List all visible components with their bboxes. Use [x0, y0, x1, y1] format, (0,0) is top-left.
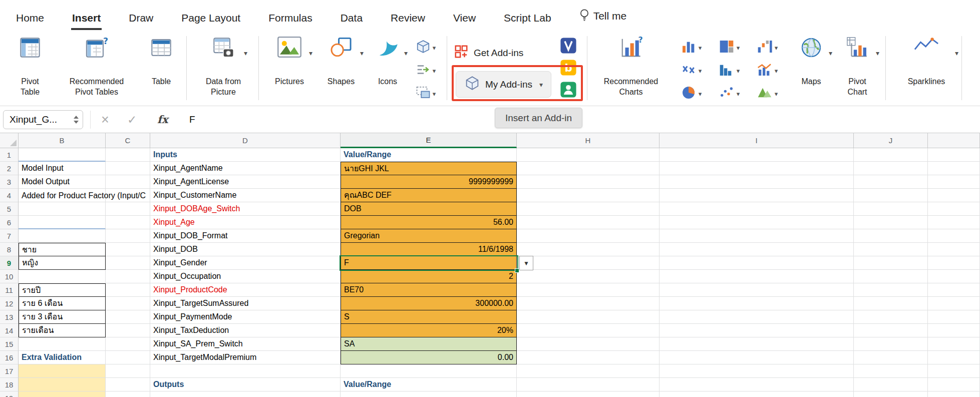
cell-E15[interactable]: SA — [341, 337, 517, 351]
insert-function-icon[interactable]: fx — [157, 107, 168, 133]
cell-J13[interactable] — [854, 310, 928, 324]
cell-D14[interactable]: Xinput_TaxDeduction — [150, 324, 341, 337]
cell-E17[interactable] — [341, 364, 517, 378]
row-header-7[interactable]: 7 — [0, 229, 19, 243]
cell-D8[interactable]: Xinput_DOB — [150, 243, 341, 256]
cell-C17[interactable] — [106, 364, 150, 378]
cell-E14[interactable]: 20% — [341, 324, 517, 337]
tab-draw[interactable]: Draw — [128, 6, 154, 30]
cell-H1[interactable] — [517, 148, 660, 162]
cell-J18[interactable] — [854, 378, 928, 391]
cell-D13[interactable]: Xinput_PaymentMode — [150, 310, 341, 324]
cell-D2[interactable]: Xinput_AgentName — [150, 162, 341, 175]
cell-D10[interactable]: Xinput_Occupation — [150, 270, 341, 283]
row-header-4[interactable]: 4 — [0, 189, 19, 202]
tab-insert[interactable]: Insert — [71, 6, 102, 30]
row-header-15[interactable]: 15 — [0, 337, 19, 351]
row-header-19[interactable]: 19 — [0, 391, 19, 397]
cell-B10[interactable] — [19, 270, 106, 283]
cell-H9[interactable] — [517, 256, 660, 270]
cell-H12[interactable] — [517, 297, 660, 310]
cell-I19[interactable] — [660, 391, 854, 397]
column-header-B[interactable]: B — [19, 133, 106, 148]
row-header-3[interactable]: 3 — [0, 175, 19, 189]
cell-J15[interactable] — [854, 337, 928, 351]
cell-X816[interactable] — [928, 351, 980, 364]
tab-view[interactable]: View — [452, 6, 477, 30]
cell-C10[interactable] — [106, 270, 150, 283]
get-add-ins-button[interactable]: Get Add-ins — [454, 44, 523, 62]
cell-H19[interactable] — [517, 391, 660, 397]
cell-D19[interactable] — [150, 391, 341, 397]
cell-I13[interactable] — [660, 310, 854, 324]
recommended-charts-button[interactable]: ? RecommendedCharts — [593, 30, 669, 105]
cell-B5[interactable] — [19, 202, 106, 216]
cell-X814[interactable] — [928, 324, 980, 337]
tab-home[interactable]: Home — [15, 6, 45, 30]
cell-B18[interactable] — [19, 378, 106, 391]
cancel-icon[interactable]: × — [101, 107, 109, 133]
cell-C9[interactable] — [106, 256, 150, 270]
row-header-6[interactable]: 6 — [0, 216, 19, 229]
cell-I17[interactable] — [660, 364, 854, 378]
cell-X84[interactable] — [928, 189, 980, 202]
cell-X812[interactable] — [928, 297, 980, 310]
cell-H11[interactable] — [517, 283, 660, 297]
sparklines-button[interactable]: ▾ Sparklines — [894, 30, 958, 105]
insert-histogram-chart-button[interactable]: ▾ — [713, 60, 745, 81]
cell-H18[interactable] — [517, 378, 660, 391]
cell-C19[interactable] — [106, 391, 150, 397]
cell-E19[interactable] — [341, 391, 517, 397]
gender-dropdown-button[interactable]: ▼ — [519, 256, 533, 270]
cell-C2[interactable] — [106, 162, 150, 175]
insert-statistic-chart-button[interactable]: ▾ — [675, 60, 707, 81]
cell-X810[interactable] — [928, 270, 980, 283]
my-add-ins-button[interactable]: My Add-ins ▾ — [456, 71, 551, 98]
cell-D17[interactable] — [150, 364, 341, 378]
cell-I10[interactable] — [660, 270, 854, 283]
row-header-18[interactable]: 18 — [0, 378, 19, 391]
cell-E13[interactable]: S — [341, 310, 517, 324]
icons-button[interactable]: ▾ Icons — [368, 30, 408, 105]
column-header-C[interactable]: C — [106, 133, 150, 148]
cell-I1[interactable] — [660, 148, 854, 162]
cell-J17[interactable] — [854, 364, 928, 378]
column-header-H[interactable]: H — [517, 133, 660, 148]
cell-X813[interactable] — [928, 310, 980, 324]
cell-C18[interactable] — [106, 378, 150, 391]
cell-J2[interactable] — [854, 162, 928, 175]
cell-X82[interactable] — [928, 162, 980, 175]
cell-I11[interactable] — [660, 283, 854, 297]
tab-formulas[interactable]: Formulas — [267, 6, 313, 30]
cell-J10[interactable] — [854, 270, 928, 283]
cell-J16[interactable] — [854, 351, 928, 364]
tab-tell-me[interactable]: Tell me — [578, 2, 628, 30]
cell-J6[interactable] — [854, 216, 928, 229]
cell-I2[interactable] — [660, 162, 854, 175]
cell-X819[interactable] — [928, 391, 980, 397]
cell-B7[interactable] — [19, 229, 106, 243]
cell-H17[interactable] — [517, 364, 660, 378]
row-header-17[interactable]: 17 — [0, 364, 19, 378]
cell-C7[interactable] — [106, 229, 150, 243]
cell-E16[interactable]: 0.00 — [341, 351, 517, 364]
cell-D7[interactable]: Xinput_DOB_Format — [150, 229, 341, 243]
cell-X87[interactable] — [928, 229, 980, 243]
cell-C15[interactable] — [106, 337, 150, 351]
cell-B12[interactable]: ราย 6 เดือน — [19, 297, 106, 310]
column-header-I[interactable]: I — [660, 133, 854, 148]
cell-C13[interactable] — [106, 310, 150, 324]
column-header-col8[interactable] — [928, 133, 980, 148]
pictures-button[interactable]: ▾ Pictures — [264, 30, 314, 105]
cell-I5[interactable] — [660, 202, 854, 216]
cell-C12[interactable] — [106, 297, 150, 310]
formula-bar-value[interactable]: F — [189, 107, 195, 133]
cell-J5[interactable] — [854, 202, 928, 216]
name-box[interactable]: Xinput_G... — [3, 110, 83, 129]
cell-E9[interactable]: F — [341, 256, 517, 270]
cell-C14[interactable] — [106, 324, 150, 337]
row-header-13[interactable]: 13 — [0, 310, 19, 324]
tab-review[interactable]: Review — [390, 6, 426, 30]
cell-H3[interactable] — [517, 175, 660, 189]
cell-B19[interactable] — [19, 391, 106, 397]
